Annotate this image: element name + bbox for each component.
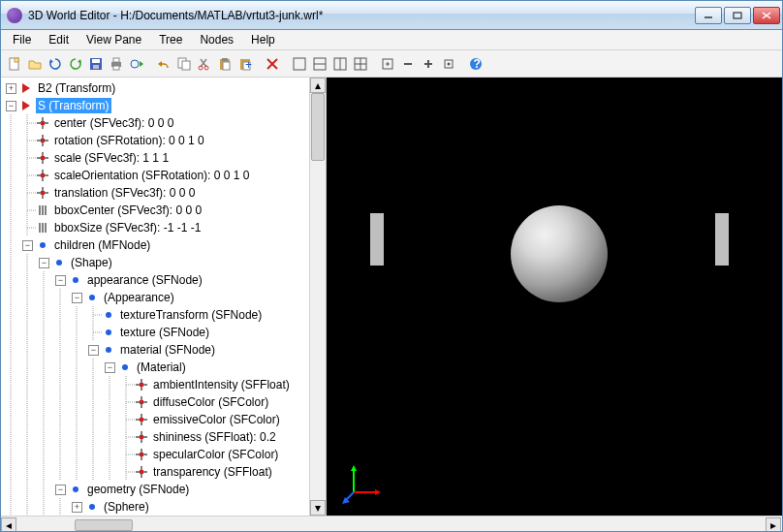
tree-label[interactable]: (Shape): [69, 255, 114, 270]
toolbar-cut[interactable]: [195, 54, 214, 74]
tree-horizontal-scrollbar[interactable]: ◂ ▸: [1, 516, 782, 532]
tree-row[interactable]: −material (SFNode): [3, 341, 326, 359]
tree-row[interactable]: +(Sphere): [3, 498, 326, 516]
viewport-3d[interactable]: [327, 78, 782, 516]
toolbar-fit[interactable]: [378, 54, 397, 74]
toolbar-zoom-in[interactable]: [419, 54, 438, 74]
menu-view-pane[interactable]: View Pane: [78, 31, 149, 48]
tree-row[interactable]: bboxSize (SFVec3f): -1 -1 -1: [3, 219, 326, 236]
scroll-left-arrow[interactable]: ◂: [1, 517, 16, 533]
tree-label[interactable]: textureTransform (SFNode): [118, 307, 264, 323]
tree-row[interactable]: translation (SFVec3f): 0 0 0: [3, 184, 326, 202]
toolbar-new-file[interactable]: [5, 54, 24, 74]
expand-icon[interactable]: +: [72, 502, 82, 513]
toolbar-layout-1[interactable]: [290, 54, 309, 74]
tree-label[interactable]: transparency (SFFloat): [151, 464, 274, 480]
tree-label[interactable]: diffuseColor (SFColor): [151, 394, 270, 410]
collapse-icon[interactable]: −: [39, 258, 49, 268]
tree-label[interactable]: scaleOrientation (SFRotation): 0 0 1 0: [52, 168, 251, 183]
menu-file[interactable]: File: [5, 31, 39, 48]
toolbar-refresh[interactable]: [46, 54, 65, 74]
tree-label[interactable]: texture (SFNode): [118, 325, 211, 340]
tree-row[interactable]: rotation (SFRotation): 0 0 1 0: [3, 132, 326, 149]
toolbar-layout-2v[interactable]: [330, 54, 350, 74]
tree-label[interactable]: bboxSize (SFVec3f): -1 -1 -1: [52, 220, 203, 235]
tree-row[interactable]: bboxCenter (SFVec3f): 0 0 0: [3, 202, 326, 219]
maximize-button[interactable]: [724, 7, 751, 24]
toolbar-open-file[interactable]: [25, 54, 45, 74]
tree-row[interactable]: −(Material): [3, 359, 326, 376]
tree-label[interactable]: bboxCenter (SFVec3f): 0 0 0: [52, 203, 204, 218]
toolbar-help[interactable]: ?: [466, 54, 485, 74]
tree-label[interactable]: (Material): [135, 360, 188, 375]
collapse-icon[interactable]: −: [55, 485, 66, 495]
tree-row[interactable]: −S (Transform): [3, 97, 326, 114]
collapse-icon[interactable]: −: [105, 362, 115, 373]
tree-vertical-scrollbar[interactable]: ▴ ▾: [309, 78, 326, 516]
tree-row[interactable]: textureTransform (SFNode): [3, 306, 326, 324]
collapse-icon[interactable]: −: [6, 101, 16, 111]
tree-label[interactable]: ambientIntensity (SFFloat): [151, 377, 292, 392]
toolbar-layout-4[interactable]: [351, 54, 370, 74]
menu-help[interactable]: Help: [243, 31, 283, 48]
tree-row[interactable]: transparency (SFFloat): [3, 463, 326, 481]
menu-nodes[interactable]: Nodes: [192, 31, 241, 48]
menu-tree[interactable]: Tree: [151, 31, 190, 48]
tree-row[interactable]: texture (SFNode): [3, 324, 326, 341]
tree-label[interactable]: geometry (SFNode): [85, 482, 191, 497]
menu-edit[interactable]: Edit: [41, 31, 77, 48]
tree-row[interactable]: −children (MFNode): [3, 236, 326, 254]
minimize-button[interactable]: [695, 7, 722, 24]
tree-row[interactable]: diffuseColor (SFColor): [3, 393, 326, 411]
collapse-icon[interactable]: −: [55, 275, 66, 286]
expand-icon[interactable]: +: [6, 83, 16, 94]
tree-row[interactable]: center (SFVec3f): 0 0 0: [3, 114, 326, 132]
tree-label[interactable]: S (Transform): [36, 98, 111, 113]
tree-row[interactable]: ambientIntensity (SFFloat): [3, 376, 326, 393]
scroll-up-arrow[interactable]: ▴: [310, 78, 326, 93]
toolbar-layout-2h[interactable]: [310, 54, 329, 74]
tree-row[interactable]: specularColor (SFColor): [3, 446, 326, 463]
tree-row[interactable]: −(Appearance): [3, 289, 326, 306]
toolbar-copy[interactable]: [174, 54, 194, 74]
tree[interactable]: +B2 (Transform)−S (Transform)center (SFV…: [1, 78, 326, 516]
collapse-icon[interactable]: −: [72, 293, 82, 303]
tree-row[interactable]: −appearance (SFNode): [3, 271, 326, 289]
close-button[interactable]: [753, 7, 780, 24]
tree-row[interactable]: +B2 (Transform): [3, 79, 326, 97]
tree-label[interactable]: (Sphere): [102, 499, 151, 515]
toolbar-paste[interactable]: [215, 54, 235, 74]
collapse-icon[interactable]: −: [22, 240, 33, 251]
tree-row[interactable]: scaleOrientation (SFRotation): 0 0 1 0: [3, 167, 326, 184]
tree-row[interactable]: scale (SFVec3f): 1 1 1: [3, 149, 326, 167]
toolbar-reload-green[interactable]: [66, 54, 85, 74]
tree-label[interactable]: emissiveColor (SFColor): [151, 412, 282, 427]
tree-row[interactable]: −(Shape): [3, 254, 326, 271]
toolbar-save[interactable]: [86, 54, 106, 74]
tree-label[interactable]: material (SFNode): [118, 342, 217, 358]
tree-row[interactable]: emissiveColor (SFColor): [3, 411, 326, 428]
toolbar-print[interactable]: [107, 54, 126, 74]
tree-row[interactable]: shininess (SFFloat): 0.2: [3, 428, 326, 446]
scroll-down-arrow[interactable]: ▾: [310, 500, 326, 516]
tree-label[interactable]: scale (SFVec3f): 1 1 1: [52, 150, 171, 166]
tree-label[interactable]: specularColor (SFColor): [151, 447, 280, 462]
tree-label[interactable]: (Appearance): [102, 290, 176, 305]
toolbar-zoom-out[interactable]: [398, 54, 418, 74]
toolbar-delete[interactable]: [263, 54, 282, 74]
toolbar-world-step[interactable]: [127, 54, 146, 74]
tree-label[interactable]: rotation (SFRotation): 0 0 1 0: [52, 133, 206, 148]
tree-label[interactable]: children (MFNode): [52, 237, 152, 253]
tree-label[interactable]: appearance (SFNode): [85, 272, 204, 288]
tree-label[interactable]: shininess (SFFloat): 0.2: [151, 429, 278, 445]
scroll-thumb[interactable]: [311, 93, 325, 161]
tree-label[interactable]: translation (SFVec3f): 0 0 0: [52, 185, 197, 201]
scroll-right-arrow[interactable]: ▸: [766, 517, 781, 533]
tree-row[interactable]: −geometry (SFNode): [3, 481, 326, 498]
hscroll-thumb[interactable]: [75, 519, 133, 531]
toolbar-zoom-reset[interactable]: [439, 54, 458, 74]
collapse-icon[interactable]: −: [88, 345, 99, 356]
tree-label[interactable]: center (SFVec3f): 0 0 0: [52, 115, 175, 131]
tree-label[interactable]: B2 (Transform): [36, 80, 117, 96]
toolbar-paste-special[interactable]: +: [235, 54, 255, 74]
